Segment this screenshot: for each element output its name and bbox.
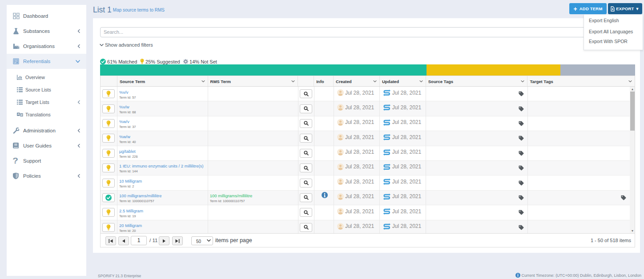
- svg-text:Z: Z: [21, 113, 23, 116]
- svg-text:A: A: [17, 112, 20, 116]
